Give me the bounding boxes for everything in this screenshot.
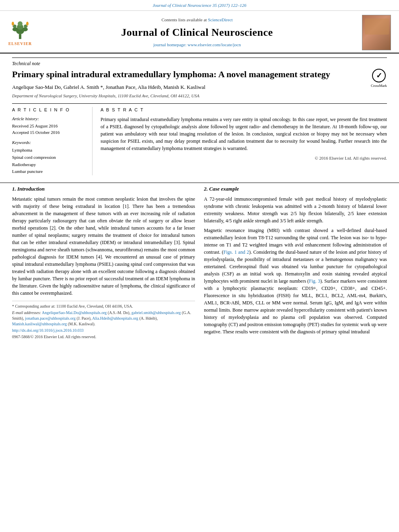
authors-line: Angelique Sao-Mai Do, Gabriel A. Smith *… — [12, 84, 387, 91]
copyright-line: © 2016 Elsevier Ltd. All rights reserved… — [101, 155, 387, 162]
email-link-kasliwal[interactable]: Manish.kasliwal@uhhospitals.org — [12, 322, 67, 326]
crossmark-badge: ✓ CrossMark — [371, 69, 387, 88]
elsevier-brand-text: ELSEVIER — [8, 41, 32, 47]
doi-link[interactable]: http://dx.doi.org/10.1016/j.jocn.2016.10… — [12, 328, 84, 333]
email-label: E-mail addresses: — [12, 310, 41, 315]
article-type-label: Technical note — [12, 58, 387, 67]
article-title: Primary spinal intradural extramedullary… — [12, 69, 387, 80]
email-link-hdeib[interactable]: Alia.Hdeib@uhhospitals.org — [92, 316, 138, 320]
elsevier-tree-icon — [8, 18, 32, 40]
intro-section-title: 1. Introduction — [12, 185, 195, 193]
history-title: Article history: — [12, 116, 86, 122]
intro-paragraph: Metastatic spinal tumors remain the most… — [12, 195, 195, 297]
journal-citation-text: Journal of Clinical Neuroscience 35 (201… — [152, 3, 246, 8]
keyword-spinal: Spinal cord compression — [12, 154, 86, 161]
footnotes-area: * Corresponding author at: 11100 Euclid … — [12, 301, 195, 340]
case-paragraph-2: Magnetic resonance imaging (MRI) with co… — [204, 227, 387, 335]
email-link-do[interactable]: AngeliqueSao-Mai.Do@uhhospitals.org — [42, 310, 107, 315]
journal-main-title: Journal of Clinical Neuroscience — [32, 25, 362, 40]
abstract-column: A B S T R A C T Primary spinal intradura… — [101, 107, 387, 175]
email-note: E-mail addresses: AngeliqueSao-Mai.Do@uh… — [12, 310, 195, 327]
two-column-body: 1. Introduction Metastatic spinal tumors… — [12, 185, 387, 341]
accepted-date: Accepted 15 October 2016 — [12, 129, 86, 136]
keyword-lumbar: Lumbar puncture — [12, 168, 86, 175]
main-body: 1. Introduction Metastatic spinal tumors… — [0, 183, 399, 345]
affiliation-line: Department of Neurological Surgery, Univ… — [12, 93, 387, 99]
article-history: Article history: Received 25 August 2016… — [12, 116, 86, 136]
fig-ref-1-2[interactable]: Figs. 1 and 2 — [224, 249, 249, 255]
article-info-column: A R T I C L E I N F O Article history: R… — [12, 107, 93, 175]
fig-ref-3[interactable]: Fig. 3 — [309, 278, 320, 284]
science-direct-link[interactable]: ScienceDirect — [208, 17, 233, 22]
case-example-column: 2. Case example A 72-year-old immunocomp… — [204, 185, 387, 341]
svg-rect-9 — [12, 25, 13, 27]
email-link-smith[interactable]: gabriel.smith@uhhospitals.org — [132, 310, 181, 315]
article-info-header: A R T I C L E I N F O — [12, 107, 86, 113]
article-info-abstract-section: A R T I C L E I N F O Article history: R… — [12, 103, 387, 175]
science-direct-label: Contents lists available at ScienceDirec… — [32, 17, 362, 23]
article-header-area: Technical note Primary spinal intradural… — [0, 53, 399, 179]
svg-point-6 — [22, 27, 28, 31]
journal-cover-thumbnail — [362, 15, 391, 50]
journal-citation-bar: Journal of Clinical Neuroscience 35 (201… — [0, 0, 399, 11]
crossmark-label: CrossMark — [371, 83, 387, 88]
svg-rect-11 — [27, 25, 28, 27]
svg-point-3 — [18, 21, 23, 26]
journal-title-block: Contents lists available at ScienceDirec… — [32, 17, 362, 48]
journal-header: ELSEVIER Contents lists available at Sci… — [0, 11, 399, 53]
keywords-section: Keywords: Lymphoma Spinal cord compressi… — [12, 140, 86, 175]
doi-line: http://dx.doi.org/10.1016/j.jocn.2016.10… — [12, 328, 195, 333]
journal-homepage-line: journal homepage: www.elsevier.com/locat… — [32, 42, 362, 48]
elsevier-logo: ELSEVIER — [8, 18, 32, 47]
keyword-radiotherapy: Radiotherapy — [12, 161, 86, 168]
keywords-title: Keywords: — [12, 140, 86, 146]
introduction-column: 1. Introduction Metastatic spinal tumors… — [12, 185, 195, 341]
keyword-lymphoma: Lymphoma — [12, 147, 86, 154]
issn-line: 0967-5868/© 2016 Elsevier Ltd. All right… — [12, 334, 195, 340]
svg-point-4 — [12, 27, 18, 31]
received-date: Received 25 August 2016 — [12, 123, 86, 129]
case-section-title: 2. Case example — [204, 185, 387, 193]
abstract-header: A B S T R A C T — [101, 107, 387, 113]
case-paragraph-1: A 72-year-old immunocompromised female w… — [204, 195, 387, 224]
abstract-text: Primary spinal intradural extramedullary… — [101, 116, 387, 152]
svg-rect-0 — [19, 34, 21, 39]
corresponding-author-note: * Corresponding author at: 11100 Euclid … — [12, 304, 195, 309]
email-link-pace[interactable]: jonathan.pace@uhhospitals.org — [25, 316, 76, 320]
